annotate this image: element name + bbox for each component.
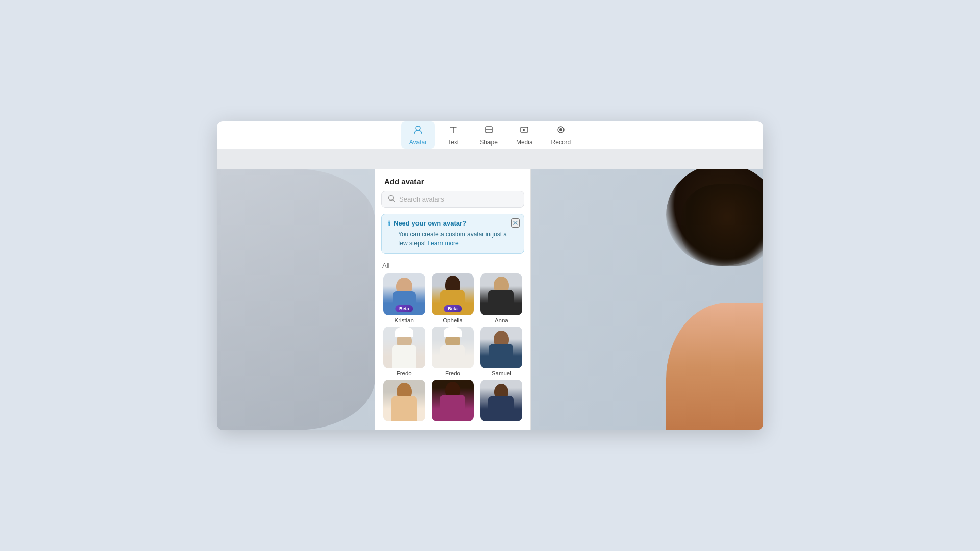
avatar-item-samuel[interactable]: Samuel [479, 327, 524, 377]
avatar-img-fredo1 [383, 327, 425, 368]
avatar-item-ophelia[interactable]: Beta Ophelia [430, 273, 475, 323]
avatar-item-fredo2[interactable]: Fredo [430, 327, 475, 377]
info-banner-close[interactable]: ✕ [511, 218, 520, 228]
tab-record-label: Record [551, 139, 571, 146]
avatar-item-woman2[interactable] [430, 380, 475, 423]
search-input[interactable] [399, 195, 518, 203]
avatar-name-anna: Anna [495, 317, 508, 323]
avatar-item-kristian[interactable]: Beta Kristian [381, 273, 427, 323]
panel-title: Add avatar [375, 169, 530, 191]
toolbar: Avatar Text Shape [217, 121, 763, 149]
info-banner-header: ℹ Need your own avatar? [388, 219, 518, 228]
avatar-img-kristian: Beta [383, 273, 425, 315]
tab-avatar-label: Avatar [409, 139, 427, 146]
avatar-figure-woman2 [432, 380, 474, 421]
main-content: Add avatar ✕ ℹ Need your own avatar? [217, 169, 763, 430]
avatar-name-samuel: Samuel [492, 370, 511, 377]
avatar-img-samuel [480, 327, 522, 368]
tab-media-label: Media [516, 139, 533, 146]
tab-media[interactable]: Media [508, 121, 541, 149]
info-banner: ✕ ℹ Need your own avatar? You can create… [381, 214, 524, 254]
chef-hat-fredo2 [444, 327, 462, 337]
search-icon [388, 195, 395, 204]
avatar-item-woman1[interactable] [381, 380, 427, 423]
beta-badge-ophelia: Beta [444, 305, 462, 312]
app-window: Avatar Text Shape [217, 121, 763, 430]
toolbar-tabs: Avatar Text Shape [401, 121, 579, 149]
avatar-img-fredo2 [432, 327, 474, 368]
learn-more-link[interactable]: Learn more [427, 240, 458, 247]
tab-shape-label: Shape [480, 139, 498, 146]
avatar-name-fredo1: Fredo [397, 370, 412, 377]
avatar-img-woman1 [383, 380, 425, 421]
section-label: All [375, 260, 530, 273]
info-icon: ℹ [388, 219, 390, 228]
info-banner-text: You can create a custom avatar in just a… [388, 230, 518, 248]
tab-text[interactable]: Text [437, 121, 470, 149]
avatar-img-woman3 [480, 380, 522, 421]
tab-text-label: Text [448, 139, 459, 146]
tab-record[interactable]: Record [543, 121, 579, 149]
svg-point-4 [559, 128, 562, 131]
tab-avatar[interactable]: Avatar [401, 121, 435, 149]
avatar-figure-woman3 [480, 380, 522, 421]
avatar-item-fredo1[interactable]: Fredo [381, 327, 427, 377]
avatar-figure-fredo2 [432, 327, 474, 368]
svg-point-0 [416, 126, 420, 130]
avatar-figure-woman1 [383, 380, 425, 421]
avatar-img-ophelia: Beta [432, 273, 474, 315]
sub-toolbar [217, 149, 763, 169]
avatar-item-anna[interactable]: Anna [479, 273, 524, 323]
beta-badge-kristian: Beta [395, 305, 413, 312]
chef-hat-fredo1 [395, 327, 413, 337]
avatar-img-anna [480, 273, 522, 315]
avatar-name-ophelia: Ophelia [443, 317, 463, 323]
text-icon [448, 124, 458, 137]
info-banner-title: Need your own avatar? [394, 219, 467, 227]
record-icon [556, 124, 566, 137]
avatar-item-woman3[interactable] [479, 380, 524, 423]
avatar-img-woman2 [432, 380, 474, 421]
avatar-name-kristian: Kristian [394, 317, 413, 323]
avatar-panel: Add avatar ✕ ℹ Need your own avatar? [375, 169, 531, 430]
media-icon [519, 124, 529, 137]
avatar-figure-anna [480, 273, 522, 315]
search-box[interactable] [381, 191, 524, 208]
tab-shape[interactable]: Shape [472, 121, 506, 149]
avatar-icon [413, 124, 423, 137]
avatar-figure-fredo1 [383, 327, 425, 368]
avatar-name-fredo2: Fredo [445, 370, 460, 377]
shape-icon [484, 124, 494, 137]
avatar-grid: Beta Kristian Beta Ophelia [375, 273, 530, 423]
avatar-figure-samuel [480, 327, 522, 368]
